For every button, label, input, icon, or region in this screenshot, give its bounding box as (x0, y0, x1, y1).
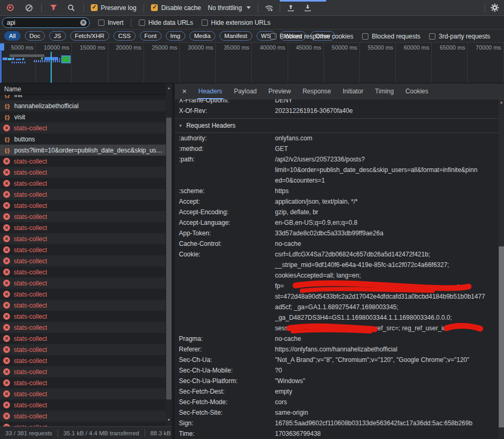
invert-checkbox[interactable] (98, 20, 104, 26)
request-row[interactable]: stats-collect (0, 289, 166, 300)
scroll-down-icon[interactable]: ▼ (166, 418, 172, 422)
details-scrollbar-thumb[interactable] (499, 246, 504, 427)
request-row[interactable]: stats-collect (0, 311, 166, 322)
throttling-select[interactable]: No throttling (208, 4, 242, 12)
type-filter-pill[interactable]: Doc (25, 31, 45, 41)
header-name: X-Of-Rev: (179, 106, 275, 116)
request-row[interactable]: stats-collect (0, 300, 166, 311)
filter-input[interactable] (3, 19, 71, 26)
request-row[interactable]: stats-collect (0, 355, 166, 366)
type-filter-pill[interactable]: JS (49, 31, 65, 41)
request-row[interactable]: stats-collect (0, 189, 166, 200)
request-row[interactable]: stats-collect (0, 411, 166, 422)
filter-funnel-icon[interactable] (47, 2, 59, 14)
request-row[interactable]: stats-collect (0, 233, 166, 244)
network-overview-timeline[interactable]: 5000 ms10000 ms15000 ms20000 ms25000 ms3… (0, 43, 504, 83)
scroll-up-icon[interactable]: ▲ (166, 86, 172, 90)
request-header-row: Pragma: no-cache (175, 333, 499, 344)
header-name (179, 302, 275, 312)
request-row[interactable]: stats-collect (0, 377, 166, 388)
type-filter-pill[interactable]: CSS (113, 31, 136, 41)
request-row[interactable]: stats-collect (0, 122, 166, 133)
request-row[interactable]: stats-collect (0, 266, 166, 278)
details-tab[interactable]: Payload (234, 83, 256, 99)
export-har-icon[interactable] (302, 2, 313, 14)
request-header-row: Sec-Fetch-Site: same-origin (175, 407, 499, 418)
request-row[interactable]: visit (0, 111, 166, 122)
scroll-up-icon[interactable]: ▲ (498, 100, 504, 104)
request-row[interactable]: buttons (0, 133, 166, 145)
request-row[interactable]: stats-collect (0, 167, 166, 178)
disable-cache-checkbox[interactable] (151, 4, 158, 11)
overview-request-bar (12, 58, 14, 60)
request-row[interactable]: stats-collect (0, 222, 166, 233)
timeline-column: 15000 ms (72, 43, 108, 83)
header-name: Accept: (179, 196, 275, 207)
request-row[interactable]: stats-collect (0, 399, 166, 411)
request-type-icon (3, 113, 11, 121)
hide-extension-urls-checkbox[interactable] (202, 20, 208, 26)
invert-label: Invert (108, 19, 123, 26)
header-value: _ga_D4827DS3H4=GS1.1.1698003344.1.1.1698… (275, 312, 452, 323)
requests-scrollbar-thumb[interactable] (166, 118, 172, 399)
type-filter-pill[interactable]: Media (189, 31, 215, 41)
header-name (179, 281, 275, 291)
timeline-column: 35000 ms (216, 43, 252, 83)
type-filter-pill[interactable]: Fetch/XHR (70, 31, 109, 41)
request-row[interactable]: posts?limit=10&order=publish_date_desc&s… (0, 145, 166, 156)
hide-data-urls-checkbox[interactable] (139, 20, 145, 26)
request-row[interactable]: stats-collect (0, 422, 166, 426)
request-row[interactable]: hannahelizabethofficial (0, 100, 166, 111)
request-row[interactable]: stats-collect (0, 200, 166, 211)
type-filter-pill[interactable]: Img (166, 31, 185, 41)
header-value: fp=; (275, 281, 459, 291)
clear-icon[interactable] (23, 2, 35, 14)
devtools-network-panel: Preserve log Disable cache No throttling… (0, 0, 504, 439)
details-tab[interactable]: Timing (375, 83, 394, 99)
details-tab[interactable]: Response (302, 83, 331, 99)
details-tab[interactable]: Cookies (405, 83, 428, 99)
request-row[interactable]: stats-collect (0, 211, 166, 222)
header-name: :authority: (179, 133, 275, 144)
details-tab[interactable]: Initiator (343, 83, 363, 99)
network-toolbar: Preserve log Disable cache No throttling (0, 0, 504, 16)
search-icon[interactable] (65, 2, 77, 14)
close-icon[interactable]: × (182, 87, 187, 95)
request-row[interactable]: stats-collect (0, 344, 166, 355)
request-name: stats-collect (14, 368, 47, 376)
extra-filter-checkbox[interactable] (362, 33, 368, 40)
request-row[interactable]: stats-collect (0, 255, 166, 266)
request-row[interactable]: stats-collect (0, 322, 166, 333)
name-column-header[interactable]: Name (0, 83, 174, 95)
request-row[interactable]: stats-collect (0, 366, 166, 377)
request-row[interactable]: stats-collect (0, 156, 166, 167)
extra-filter-checkbox[interactable] (429, 33, 435, 40)
request-row[interactable]: stats-collect (0, 278, 166, 289)
details-tab[interactable]: Headers (198, 83, 222, 99)
preserve-log-checkbox[interactable] (91, 4, 98, 11)
request-row[interactable]: stats-collect (0, 244, 166, 255)
overview-handle[interactable] (0, 43, 4, 51)
type-filter-pill[interactable]: Manifest (220, 31, 252, 41)
request-header-row: Accept: application/json, text/plain, */… (175, 196, 499, 207)
request-header-row: Cookie: csrf=LdfcGX4Sa72db06824c657db26a… (175, 249, 499, 260)
request-row[interactable]: init (0, 95, 166, 100)
details-tab[interactable]: Preview (269, 83, 291, 99)
record-icon[interactable] (4, 2, 16, 14)
type-filter-pill[interactable]: All (4, 31, 21, 41)
extra-filter-checkbox[interactable] (270, 33, 277, 40)
header-name (179, 260, 275, 270)
request-header-row: limit=10&order=publish_date_desc&skip_us… (175, 165, 499, 175)
request-row[interactable]: stats-collect (0, 178, 166, 189)
filter-input-box[interactable]: × (2, 17, 90, 28)
request-type-icon (3, 379, 10, 386)
request-row[interactable]: stats-collect (0, 333, 166, 344)
import-har-icon[interactable] (285, 2, 297, 14)
request-headers-section[interactable]: ▼ Request Headers (175, 118, 499, 133)
request-name: stats-collect (14, 379, 47, 387)
network-conditions-icon[interactable] (263, 2, 275, 14)
type-filter-pill[interactable]: Font (140, 31, 161, 41)
request-row[interactable]: stats-collect (0, 388, 166, 399)
clear-filter-icon[interactable]: × (80, 20, 87, 26)
settings-gear-icon[interactable] (489, 2, 500, 14)
